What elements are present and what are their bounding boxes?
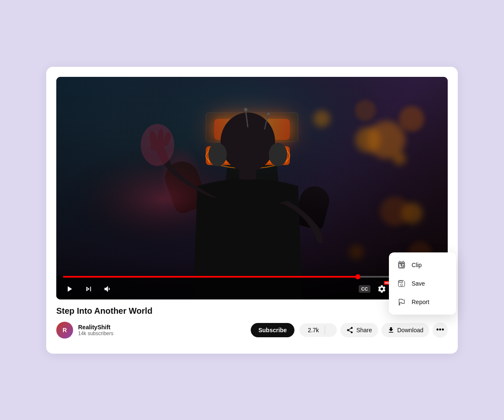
report-label: Report	[412, 299, 429, 305]
like-dislike-group: 2.7k	[299, 323, 337, 337]
more-dots-icon: •••	[436, 326, 444, 334]
action-buttons: 2.7k Share	[299, 323, 448, 338]
channel-name: RealityShift	[78, 324, 246, 331]
channel-row: R RealityShift 14k subscribers Subscribe…	[56, 322, 448, 339]
like-count: 2.7k	[308, 327, 319, 333]
play-icon	[65, 284, 74, 294]
report-menu-item[interactable]: Report	[389, 293, 456, 311]
save-icon	[397, 279, 406, 288]
download-label: Download	[397, 327, 423, 333]
progress-bar[interactable]	[63, 276, 441, 278]
report-icon	[397, 298, 406, 306]
clip-menu-item[interactable]: Clip	[389, 256, 456, 274]
subscriber-count: 14k subscribers	[78, 331, 246, 336]
bokeh-light	[402, 203, 423, 224]
controls-left	[63, 283, 114, 295]
save-menu-item[interactable]: Save	[389, 274, 456, 293]
character-figure	[185, 94, 319, 278]
avatar-initials: R	[63, 327, 67, 333]
dislike-button[interactable]	[325, 323, 337, 337]
settings-icon	[377, 284, 386, 294]
volume-button[interactable]	[102, 283, 114, 295]
more-options-button[interactable]: •••	[433, 323, 448, 338]
volume-icon	[103, 284, 113, 294]
bokeh-light	[355, 127, 381, 152]
bokeh-light	[393, 152, 406, 165]
subscribe-button[interactable]: Subscribe	[251, 323, 294, 337]
share-icon	[346, 326, 354, 334]
next-button[interactable]	[82, 283, 95, 295]
clip-icon	[397, 261, 406, 269]
skip-next-icon	[84, 284, 93, 294]
dropdown-menu: Clip Save	[389, 252, 456, 315]
channel-avatar[interactable]: R	[56, 322, 73, 339]
clip-label: Clip	[412, 262, 422, 268]
share-label: Share	[356, 327, 372, 333]
download-button[interactable]: Download	[381, 323, 429, 337]
cc-button[interactable]: CC	[359, 285, 370, 293]
share-button[interactable]: Share	[340, 323, 378, 337]
progress-dot	[355, 274, 360, 279]
video-info: Step Into Another World R RealityShift 1…	[56, 299, 448, 344]
channel-details: RealityShift 14k subscribers	[78, 324, 246, 336]
progress-fill	[63, 276, 358, 278]
play-button[interactable]	[63, 283, 76, 295]
save-label: Save	[412, 280, 425, 287]
settings-wrap: HD	[375, 283, 388, 295]
download-icon	[387, 326, 395, 334]
bokeh-light	[349, 245, 364, 260]
like-button[interactable]: 2.7k	[299, 323, 325, 337]
video-card: CC HD	[46, 67, 458, 354]
more-options-wrap: ••• Clip	[433, 323, 448, 338]
